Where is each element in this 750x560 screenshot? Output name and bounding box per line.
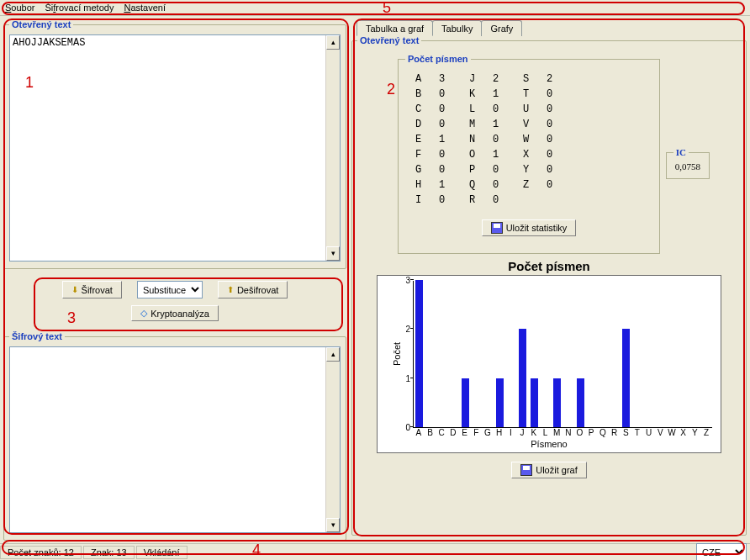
encrypt-button[interactable]: ⬇Šifrovat [62,281,122,298]
letter-chart: Počet 0123 ABCDEFGHIJKLMNOPQRSTUVWXYZ Pí… [377,275,721,453]
chart-xtick: B [425,428,436,437]
tab-strip: Tabulka a graf Tabulky Grafy [351,19,747,35]
tab-table-and-chart[interactable]: Tabulka a graf [357,20,433,36]
letter-row: G0 [415,162,451,177]
letter-row: B0 [415,87,451,102]
letter-row: X0 [523,147,558,162]
arrow-down-icon: ⬇ [71,285,78,294]
scrollbar[interactable]: ▴ ▾ [325,347,340,532]
floppy-icon [491,222,503,234]
menu-settings[interactable]: Nastavení [124,3,166,13]
open-text-legend: Otevřený text [9,19,73,29]
letter-row: C0 [415,102,451,117]
chart-xtick: E [459,428,471,437]
cipher-text-input[interactable] [10,347,325,532]
method-select[interactable]: Substituce [137,281,203,298]
open-text-input[interactable]: AHOJJAKSEMAS [10,35,325,261]
status-bar: Počet znaků: 12 Znak: 13 Vkládání CZE [0,543,750,560]
scroll-up-icon[interactable]: ▴ [326,347,340,362]
chart-xtick: W [666,428,678,437]
floppy-icon [520,464,532,476]
chart-bar [531,378,538,427]
menu-file[interactable]: Soubor [5,3,34,13]
letter-row: E1 [415,132,451,147]
letter-row: Y0 [523,162,558,177]
save-chart-button[interactable]: Uložit graf [511,462,587,478]
language-select[interactable]: CZE [696,543,747,560]
chart-xtick: K [528,428,540,437]
tab-charts[interactable]: Grafy [481,20,522,36]
stats-open-text-legend: Otevřený text [357,35,421,45]
letter-row: T0 [523,87,558,102]
letter-row: S2 [523,71,558,87]
chart-xtick: C [436,428,447,437]
open-text-group: Otevřený text AHOJJAKSEMAS ▴ ▾ [3,19,346,269]
chart-xlabel: Písmeno [383,439,716,449]
chart-xtick: T [631,428,643,437]
chart-xtick: S [620,428,631,437]
chart-bar [415,280,423,427]
chart-xtick: F [470,428,482,437]
letter-row: N0 [469,132,504,147]
menu-methods[interactable]: Šifrovací metody [45,3,114,13]
chart-xtick: P [585,428,597,437]
letter-row: W0 [523,132,558,147]
chart-xtick: U [643,428,655,437]
save-stats-button[interactable]: Uložit statistiky [482,219,577,236]
letter-row: A3 [415,71,451,87]
letter-row: P0 [469,162,504,177]
letter-row: H1 [415,177,451,193]
chart-xtick: D [447,428,459,437]
letter-row: L0 [469,102,504,117]
letter-row: Q0 [469,177,504,193]
tab-tables[interactable]: Tabulky [432,20,482,36]
letter-row: F0 [415,147,451,162]
eraser-icon: ◇ [140,308,147,319]
chart-xtick: O [574,428,586,437]
menu-bar: SouborŠifrovací metodyNastavení [0,0,750,16]
stats-open-text-group: Otevřený text Počet písmen A3B0C0D0E1F0G… [351,35,747,536]
cipher-text-legend: Šifrový text [9,331,65,341]
decrypt-button[interactable]: ⬆Dešifrovat [218,281,288,298]
chart-xtick: M [551,428,562,437]
scroll-down-icon[interactable]: ▾ [326,246,340,261]
arrow-up-icon: ⬆ [227,285,234,294]
chart-xtick: N [562,428,574,437]
chart-xtick: R [609,428,621,437]
chart-xtick: G [482,428,494,437]
ic-value: 0,0758 [675,161,700,172]
letter-row: K1 [469,87,504,102]
chart-xtick: Y [689,428,701,437]
chart-bar [622,329,630,427]
letter-row: V0 [523,117,558,132]
scrollbar[interactable]: ▴ ▾ [325,35,340,261]
letter-count-box: Počet písmen A3B0C0D0E1F0G0H1I0J2K1L0M1N… [398,59,660,254]
chart-bar [577,378,584,427]
letter-row: J2 [469,71,504,87]
letter-row: M1 [469,117,504,132]
ic-box: IC 0,0758 [666,152,710,179]
chart-bar [553,378,561,427]
letter-row: R0 [469,193,504,208]
scroll-down-icon[interactable]: ▾ [326,518,340,532]
chart-xtick: A [413,428,425,437]
ic-legend: IC [673,147,689,157]
scroll-up-icon[interactable]: ▴ [326,35,340,50]
chart-bar [462,378,469,427]
letter-row: I0 [415,193,451,208]
status-char-pos: Znak: 13 [83,546,135,559]
chart-xtick: J [516,428,528,437]
cryptanalysis-button[interactable]: ◇Kryptoanalýza [131,305,219,321]
letter-row: O1 [469,147,504,162]
cipher-text-group: Šifrový text ▴ ▾ [3,331,346,541]
chart-xtick: Z [700,428,712,437]
letter-row: D0 [415,117,451,132]
chart-bar [496,378,504,427]
chart-xtick: X [678,428,689,437]
letter-count-legend: Počet písmen [405,54,471,64]
status-mode: Vkládání [136,546,188,559]
chart-xtick: H [494,428,505,437]
chart-xtick: I [505,428,517,437]
chart-xtick: V [654,428,666,437]
chart-xtick: L [540,428,552,437]
